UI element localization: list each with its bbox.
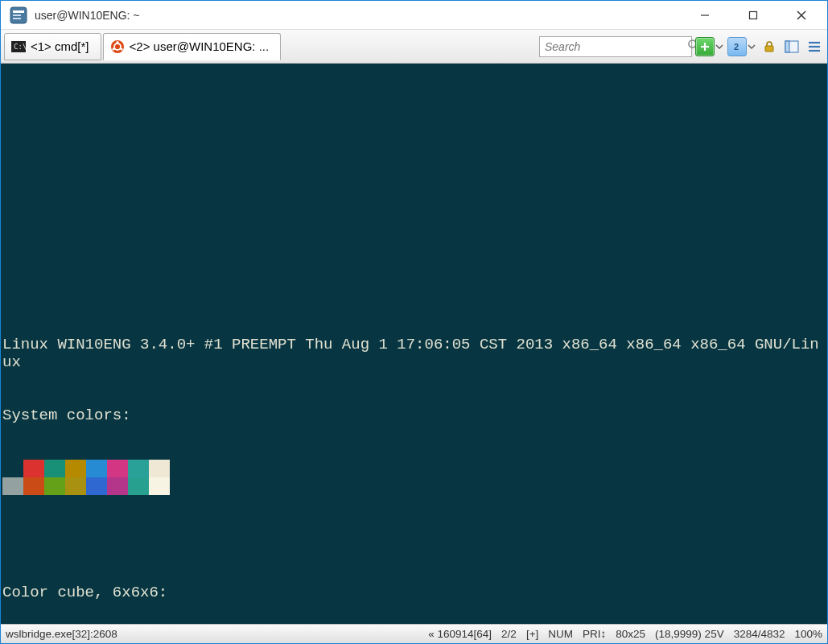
app-icon — [9, 6, 28, 25]
tab-bar: C:\ <1> cmd[*] <2> user@WIN10ENG: ... 2 — [1, 30, 827, 64]
terminal-area[interactable]: Linux WIN10ENG 3.4.0+ #1 PREEMPT Thu Aug… — [1, 64, 827, 624]
svg-rect-20 — [765, 46, 773, 52]
status-pri: PRI↕ — [583, 628, 606, 640]
terminal-content: Linux WIN10ENG 3.4.0+ #1 PREEMPT Thu Aug… — [1, 99, 827, 624]
new-tab-button[interactable] — [695, 37, 715, 56]
status-zoom: 100% — [794, 628, 822, 640]
active-process-button[interactable]: 2 — [727, 37, 747, 56]
lock-icon[interactable] — [760, 37, 779, 56]
status-num: NUM — [548, 628, 573, 640]
status-bar: wslbridge.exe[32]:2608 « 160914[64] 2/2 … — [1, 624, 827, 643]
svg-rect-1 — [13, 10, 24, 13]
ubuntu-icon — [110, 39, 125, 54]
status-process: wslbridge.exe[32]:2608 — [6, 628, 117, 640]
process-dropdown[interactable] — [747, 43, 756, 51]
system-colors-label: System colors: — [2, 407, 826, 424]
status-ins: [+] — [526, 628, 538, 640]
layout-icon[interactable] — [782, 37, 801, 56]
status-mem: 3284/4832 — [734, 628, 785, 640]
svg-text:C:\: C:\ — [14, 43, 26, 51]
svg-rect-3 — [13, 18, 21, 19]
uname-output: Linux WIN10ENG 3.4.0+ #1 PREEMPT Thu Aug… — [2, 336, 826, 371]
status-build: « 160914[64] — [428, 628, 492, 640]
svg-text:2: 2 — [734, 42, 739, 52]
minimize-button[interactable] — [681, 1, 729, 30]
tab-wsl[interactable]: <2> user@WIN10ENG: ... — [103, 33, 282, 60]
status-tabs: 2/2 — [501, 628, 517, 640]
svg-rect-5 — [750, 11, 757, 19]
status-cursor: (18,9999) 25V — [655, 628, 724, 640]
status-size: 80x25 — [616, 628, 645, 640]
svg-point-12 — [116, 40, 118, 43]
window-titlebar: user@WIN10ENG: ~ — [1, 1, 827, 30]
svg-point-13 — [112, 47, 114, 50]
window-title: user@WIN10ENG: ~ — [35, 9, 681, 22]
svg-rect-22 — [785, 41, 789, 52]
cmd-icon: C:\ — [11, 39, 26, 54]
tab-label: <1> cmd[*] — [31, 39, 89, 53]
menu-icon[interactable] — [805, 37, 824, 56]
tab-cmd[interactable]: C:\ <1> cmd[*] — [4, 33, 101, 60]
maximize-button[interactable] — [729, 1, 777, 30]
search-input[interactable] — [545, 40, 687, 53]
svg-rect-2 — [13, 14, 21, 16]
color-cube-label: Color cube, 6x6x6: — [2, 584, 826, 601]
search-box[interactable] — [539, 36, 692, 57]
close-button[interactable] — [777, 1, 826, 30]
tab-label: <2> user@WIN10ENG: ... — [130, 39, 270, 53]
system-color-swatches — [2, 460, 170, 495]
svg-point-14 — [120, 47, 122, 50]
new-tab-dropdown[interactable] — [715, 43, 724, 51]
